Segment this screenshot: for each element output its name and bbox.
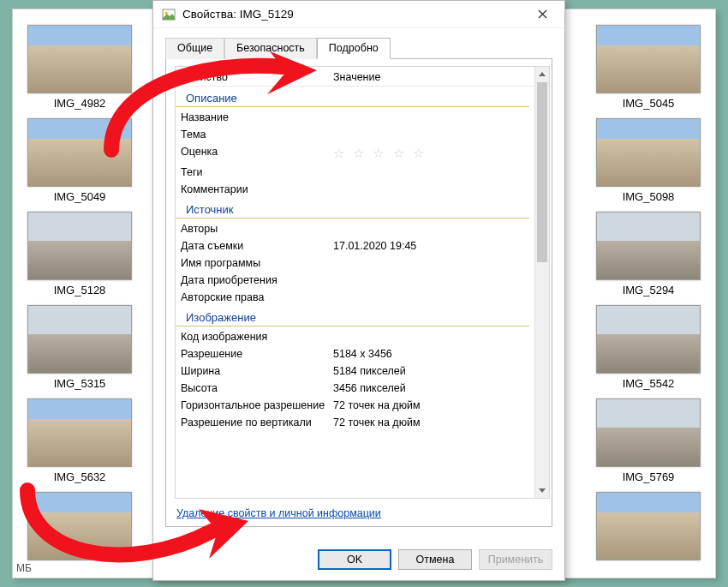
row-width[interactable]: Ширина xyxy=(181,365,333,377)
row-img-id[interactable]: Код изображения xyxy=(181,331,333,343)
thumbnail[interactable] xyxy=(588,492,708,560)
row-date-acq[interactable]: Дата приобретения xyxy=(181,274,333,286)
row-rating[interactable]: Оценка xyxy=(181,146,333,161)
val-height: 3456 пикселей xyxy=(333,382,529,394)
row-vres[interactable]: Разрешение по вертикали xyxy=(181,416,333,428)
val-hres: 72 точек на дюйм xyxy=(333,399,529,411)
thumbnail-label: IMG_5315 xyxy=(20,377,140,390)
dialog-titlebar: Свойства: IMG_5129 xyxy=(153,1,564,28)
row-dimensions[interactable]: Разрешение xyxy=(181,348,333,360)
thumbnail-image[interactable] xyxy=(27,305,132,374)
thumbnail-image[interactable] xyxy=(27,25,132,93)
apply-button: Применить xyxy=(479,549,552,570)
tab-security[interactable]: Безопасность xyxy=(224,38,317,59)
thumbnail[interactable]: IMG_5542 xyxy=(588,305,708,390)
thumbnail[interactable]: IMG_5769 xyxy=(588,398,708,483)
scrollbar[interactable] xyxy=(534,67,549,498)
section-description: Описание xyxy=(176,88,529,107)
scroll-up-button[interactable] xyxy=(535,67,549,81)
row-comments[interactable]: Комментарии xyxy=(181,183,333,195)
thumbnail[interactable]: IMG_5098 xyxy=(588,118,708,203)
thumbnail-label: IMG_5049 xyxy=(20,190,140,203)
property-list: Свойство Значение Описание Название Тема… xyxy=(175,66,550,499)
val-width: 5184 пикселей xyxy=(333,365,529,377)
val-vres: 72 точек на дюйм xyxy=(333,416,529,428)
row-program[interactable]: Имя программы xyxy=(181,257,333,269)
tab-general[interactable]: Общие xyxy=(165,38,224,59)
row-date-taken[interactable]: Дата съемки xyxy=(181,240,333,252)
thumbnail-label: IMG_5542 xyxy=(588,377,708,390)
bg-hint-text: МБ xyxy=(16,562,32,574)
row-subject[interactable]: Тема xyxy=(181,129,333,141)
thumbnail[interactable]: IMG_5045 xyxy=(588,25,708,110)
header-property: Свойство xyxy=(181,71,333,83)
val-date-taken: 17.01.2020 19:45 xyxy=(333,240,529,252)
properties-dialog: Свойства: IMG_5129 Общие Безопасность По… xyxy=(152,0,565,581)
thumbnail-image[interactable] xyxy=(27,398,132,467)
thumbnail[interactable]: IMG_5294 xyxy=(588,212,708,296)
dialog-title: Свойства: IMG_5129 xyxy=(182,8,525,21)
thumbnail-image[interactable] xyxy=(596,398,701,467)
svg-point-1 xyxy=(164,11,167,14)
close-button[interactable] xyxy=(525,3,559,27)
row-height[interactable]: Высота xyxy=(181,382,333,394)
tab-strip: Общие Безопасность Подробно xyxy=(165,37,552,59)
thumbnail-image[interactable] xyxy=(596,492,701,560)
row-copyright[interactable]: Авторские права xyxy=(181,291,333,303)
thumbnail[interactable]: IMG_5128 xyxy=(20,212,140,296)
dialog-button-row: OK Отмена Применить xyxy=(153,537,564,580)
ok-button[interactable]: OK xyxy=(318,549,391,570)
thumbnail-image[interactable] xyxy=(596,305,701,374)
thumbnail-label: IMG_5632 xyxy=(20,470,140,483)
thumbnail-label: IMG_4982 xyxy=(20,97,140,110)
row-authors[interactable]: Авторы xyxy=(181,223,333,235)
thumbnail[interactable] xyxy=(20,492,140,560)
thumbnail-image[interactable] xyxy=(596,25,701,93)
thumbnail-label: IMG_5098 xyxy=(588,190,708,203)
thumbnail-image[interactable] xyxy=(27,492,132,560)
thumbnail[interactable]: IMG_5315 xyxy=(20,305,140,390)
thumbnail-label: IMG_5294 xyxy=(588,284,708,296)
row-title[interactable]: Название xyxy=(181,111,333,123)
val-dimensions: 5184 x 3456 xyxy=(333,348,529,360)
scroll-thumb[interactable] xyxy=(537,82,547,262)
chevron-up-icon xyxy=(539,72,546,76)
tab-details[interactable]: Подробно xyxy=(317,38,391,59)
thumbnail-image[interactable] xyxy=(27,212,132,280)
thumbnail-label: IMG_5128 xyxy=(20,284,140,296)
thumbnail-label: IMG_5045 xyxy=(588,97,708,110)
cancel-button[interactable]: Отмена xyxy=(398,549,472,570)
section-origin: Источник xyxy=(176,200,529,219)
scroll-down-button[interactable] xyxy=(535,483,549,498)
row-hres[interactable]: Горизонтальное разрешение xyxy=(181,399,333,411)
remove-properties-link[interactable]: Удаление свойств и личной информации xyxy=(176,507,550,519)
close-icon xyxy=(538,9,547,19)
thumbnail[interactable]: IMG_4982 xyxy=(20,25,140,110)
row-tags[interactable]: Теги xyxy=(181,166,333,178)
thumbnail[interactable]: IMG_5632 xyxy=(20,398,140,483)
thumbnail-image[interactable] xyxy=(596,212,701,280)
thumbnail[interactable]: IMG_5049 xyxy=(20,118,140,203)
thumbnail-image[interactable] xyxy=(596,118,701,187)
property-header-row: Свойство Значение xyxy=(176,69,534,87)
chevron-down-icon xyxy=(539,488,546,493)
section-image: Изображение xyxy=(176,308,529,326)
thumbnail-label: IMG_5769 xyxy=(588,470,708,483)
thumbnail-image[interactable] xyxy=(27,118,132,187)
header-value: Значение xyxy=(333,71,529,83)
rating-stars[interactable]: ☆ ☆ ☆ ☆ ☆ xyxy=(333,146,529,161)
app-icon xyxy=(162,8,176,21)
